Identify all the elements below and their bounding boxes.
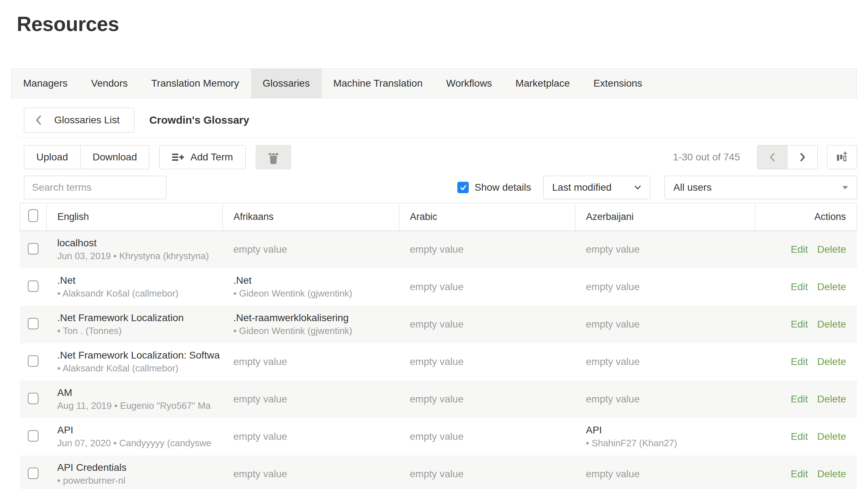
check-icon [459,184,467,191]
search-input[interactable] [24,176,166,199]
delete-selected-button[interactable] [256,145,291,169]
cell-english: API Credentials• powerburner-nl [47,455,223,489]
empty-value-label: empty value [233,356,287,367]
cell-azerbaijani: empty value [575,231,755,268]
row-checkbox-cell [20,455,47,489]
edit-link[interactable]: Edit [791,244,808,255]
edit-link[interactable]: Edit [791,356,808,367]
delete-link[interactable]: Delete [817,393,846,405]
tab-machine-translation[interactable]: Machine Translation [322,69,435,98]
row-checkbox-cell [20,343,47,381]
empty-value-label: empty value [410,431,464,442]
row-checkbox[interactable] [28,468,38,479]
delete-link[interactable]: Delete [817,431,846,442]
empty-value-label: empty value [410,319,464,330]
users-dropdown[interactable]: All users [664,176,857,199]
actions-cell: EditDelete [755,306,857,343]
row-checkbox-cell [20,306,47,343]
actions-cell: EditDelete [755,268,857,306]
delete-link[interactable]: Delete [817,468,846,479]
empty-value-label: empty value [233,431,287,442]
row-checkbox[interactable] [28,393,38,404]
table-row: APIJun 07, 2020 • Candyyyyy (candysweemp… [20,418,857,455]
download-button[interactable]: Download [81,145,150,169]
tab-extensions[interactable]: Extensions [582,69,654,98]
table-row: API Credentials• powerburner-nlempty val… [20,455,857,489]
term-text: API [586,423,755,437]
add-term-button[interactable]: Add Term [159,145,245,169]
cell-afrikaans: empty value [223,418,399,455]
delete-link[interactable]: Delete [817,244,846,255]
manage-columns-button[interactable] [827,145,857,169]
term-text: API Credentials [57,461,223,474]
term-meta: • Alaksandr Košal (callmebor) [57,287,223,300]
filters-right: Show details Last modified All users [457,176,857,199]
edit-link[interactable]: Edit [791,281,808,292]
term-meta: • Gideon Wentink (gjwentink) [233,324,399,338]
users-dropdown-value: All users [673,182,712,193]
term-meta: • powerburner-nl [57,474,223,487]
term-meta: Aug 11, 2019 • Eugenio "Ryo567" Ma [57,399,223,412]
empty-value-label: empty value [586,393,640,405]
tab-translation-memory[interactable]: Translation Memory [139,69,251,98]
tab-marketplace[interactable]: Marketplace [504,69,582,98]
term-text: API [57,423,223,437]
term-meta: • ShahinF27 (Khan27) [586,437,755,450]
edit-link[interactable]: Edit [791,319,808,330]
toolbar-right: 1-30 out of 745 [673,145,857,169]
table-header-row: EnglishAfrikaansArabicAzerbaijaniActions [20,203,857,231]
row-checkbox[interactable] [28,355,38,367]
tab-workflows[interactable]: Workflows [434,69,504,98]
row-checkbox[interactable] [28,430,38,442]
edit-link[interactable]: Edit [791,468,808,479]
cell-arabic: empty value [399,268,575,306]
prev-page-button[interactable] [757,145,787,169]
select-all-checkbox[interactable] [28,209,38,222]
cell-arabic: empty value [399,306,575,343]
show-details-label[interactable]: Show details [474,182,531,193]
cell-afrikaans: empty value [223,381,399,418]
cell-english: .Net Framework Localization: Softwa• Ala… [47,343,223,381]
next-page-button[interactable] [787,145,817,169]
term-text: .Net Framework Localization [57,311,223,324]
page: Resources ManagersVendorsTranslation Mem… [0,12,868,489]
delete-link[interactable]: Delete [817,281,846,292]
tab-glossaries[interactable]: Glossaries [251,69,322,98]
row-checkbox[interactable] [28,318,38,329]
delete-link[interactable]: Delete [817,356,846,367]
empty-value-label: empty value [586,468,640,479]
edit-link[interactable]: Edit [791,431,808,442]
term-text: .Net Framework Localization: Softwa [57,349,223,362]
term-text: .Net [57,274,223,287]
cell-afrikaans: empty value [223,231,399,268]
empty-value-label: empty value [410,244,464,255]
cell-afrikaans: empty value [223,343,399,381]
glossaries-list-back-button[interactable]: Glossaries List [24,108,134,133]
row-checkbox[interactable] [28,243,38,254]
delete-link[interactable]: Delete [817,319,846,330]
row-checkbox[interactable] [28,280,38,292]
cell-azerbaijani: empty value [575,306,755,343]
empty-value-label: empty value [586,356,640,367]
column-header-actions: Actions [755,203,857,231]
cell-arabic: empty value [399,343,575,381]
edit-link[interactable]: Edit [791,393,808,405]
term-meta: Jun 03, 2019 • Khrystyna (khrystyna) [57,249,223,263]
chevron-down-icon [634,185,641,190]
actions-cell: EditDelete [755,231,857,268]
tab-managers[interactable]: Managers [11,69,79,98]
sort-dropdown[interactable]: Last modified [543,176,650,199]
upload-button[interactable]: Upload [24,145,81,169]
glossary-title: Crowdin's Glossary [149,114,250,126]
table-row: .Net• Alaksandr Košal (callmebor).Net• G… [20,268,857,306]
tab-vendors[interactable]: Vendors [79,69,140,98]
table-row: AMAug 11, 2019 • Eugenio "Ryo567" Maempt… [20,381,857,418]
terms-table: EnglishAfrikaansArabicAzerbaijaniActions… [20,203,857,489]
back-button-label: Glossaries List [54,114,120,126]
cell-afrikaans: .Net• Gideon Wentink (gjwentink) [223,268,399,306]
row-checkbox-cell [20,268,47,306]
row-checkbox-cell [20,418,47,455]
empty-value-label: empty value [410,281,464,292]
show-details-checkbox[interactable] [457,182,469,193]
column-header-arabic: Arabic [399,203,575,231]
